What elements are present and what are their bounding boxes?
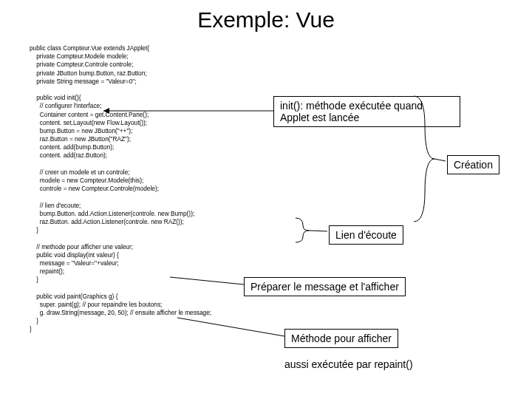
- annot-preparer: Préparer le message et l'afficher: [244, 277, 406, 296]
- slide-title: Exemple: Vue: [0, 7, 532, 33]
- annot-aussi: aussi exécutée par repaint(): [284, 358, 413, 370]
- code-block: public class Compteur.Vue extends JApple…: [30, 44, 211, 334]
- svg-line-3: [309, 231, 327, 231]
- annot-init: init(): méthode exécutée quand Applet es…: [273, 96, 460, 127]
- svg-line-2: [434, 159, 446, 161]
- annot-methode: Méthode pour afficher: [284, 329, 398, 348]
- annot-lien: Lien d'écoute: [329, 225, 403, 245]
- annot-creation: Création: [447, 155, 499, 174]
